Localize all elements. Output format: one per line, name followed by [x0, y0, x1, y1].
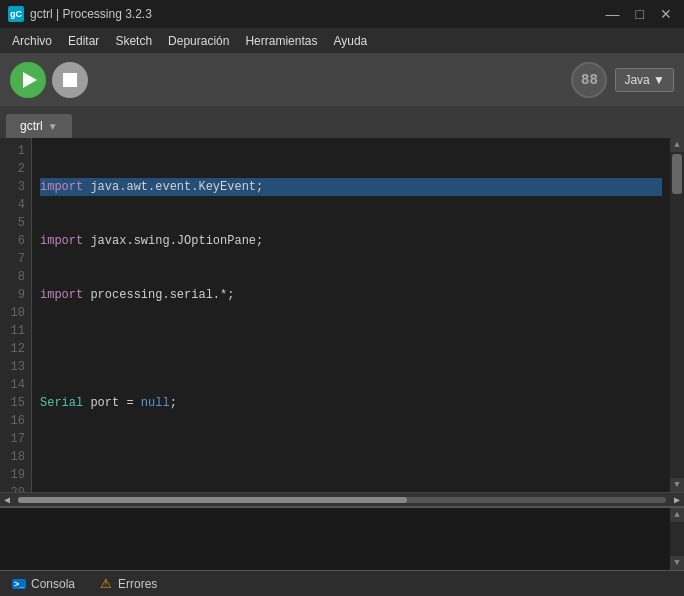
- line-num-15: 15: [6, 394, 25, 412]
- console-area: [0, 508, 670, 570]
- console-vscroll[interactable]: ▲ ▼: [670, 508, 684, 570]
- stop-button[interactable]: [52, 62, 88, 98]
- console-vscroll-track: [670, 522, 684, 556]
- warning-icon: ⚠: [100, 576, 112, 591]
- errors-tab-label: Errores: [118, 577, 157, 591]
- line-num-11: 11: [6, 322, 25, 340]
- menu-sketch[interactable]: Sketch: [107, 32, 160, 50]
- run-button[interactable]: [10, 62, 46, 98]
- stop-icon: [63, 73, 77, 87]
- tab-arrow-icon[interactable]: ▼: [48, 121, 58, 132]
- title-bar: gC gctrl | Processing 3.2.3 — □ ✕: [0, 0, 684, 28]
- play-icon: [23, 72, 37, 88]
- hscroll-right-arrow[interactable]: ▶: [674, 494, 680, 506]
- errors-tab[interactable]: ⚠ Errores: [87, 573, 169, 595]
- vscroll-thumb[interactable]: [672, 154, 682, 194]
- line-num-6: 6: [6, 232, 25, 250]
- hscroll-track[interactable]: [18, 497, 666, 503]
- line-num-20: 20: [6, 484, 25, 492]
- console-icon: >_: [12, 579, 26, 589]
- bottom-panel: ▲ ▼ >_ Consola ⚠ Errores: [0, 506, 684, 596]
- java-dropdown[interactable]: Java ▼: [615, 68, 674, 92]
- code-line-5: Serial port = null;: [40, 394, 662, 412]
- maximize-button[interactable]: □: [632, 6, 648, 22]
- line-num-10: 10: [6, 304, 25, 322]
- console-tab-icon: >_: [12, 577, 26, 591]
- line-num-7: 7: [6, 250, 25, 268]
- tab-bar: gctrl ▼: [0, 106, 684, 138]
- menu-depuracion[interactable]: Depuración: [160, 32, 237, 50]
- hscroll-thumb[interactable]: [18, 497, 407, 503]
- code-lines: import java.awt.event.KeyEvent; import j…: [32, 138, 670, 492]
- editor: 1 2 3 4 5 6 7 8 9 10 11 12 13 14 15 16 1…: [0, 138, 684, 506]
- app-icon: gC: [8, 6, 24, 22]
- line-num-1: 1: [6, 142, 25, 160]
- line-num-17: 17: [6, 430, 25, 448]
- horizontal-scrollbar[interactable]: ◀ ▶: [0, 492, 684, 506]
- menu-archivo[interactable]: Archivo: [4, 32, 60, 50]
- console-vscroll-down[interactable]: ▼: [670, 556, 684, 570]
- toolbar: 88 Java ▼: [0, 54, 684, 106]
- line-num-8: 8: [6, 268, 25, 286]
- code-line-3: import processing.serial.*;: [40, 286, 662, 304]
- line-num-14: 14: [6, 376, 25, 394]
- hscroll-left-arrow[interactable]: ◀: [4, 494, 10, 506]
- code-line-2: import javax.swing.JOptionPane;: [40, 232, 662, 250]
- line-num-18: 18: [6, 448, 25, 466]
- console-vscroll-up[interactable]: ▲: [670, 508, 684, 522]
- code-line-6: [40, 448, 662, 466]
- console-tab[interactable]: >_ Consola: [0, 573, 87, 595]
- line-num-16: 16: [6, 412, 25, 430]
- window-controls: — □ ✕: [602, 6, 676, 22]
- code-area: 1 2 3 4 5 6 7 8 9 10 11 12 13 14 15 16 1…: [0, 138, 684, 492]
- vscroll-track[interactable]: [670, 152, 684, 478]
- vertical-scrollbar[interactable]: ▲ ▼: [670, 138, 684, 492]
- toolbar-right: 88 Java ▼: [571, 62, 674, 98]
- line-num-12: 12: [6, 340, 25, 358]
- console-tab-label: Consola: [31, 577, 75, 591]
- tab-label: gctrl: [20, 119, 43, 133]
- debug-icon[interactable]: 88: [571, 62, 607, 98]
- code-content[interactable]: import java.awt.event.KeyEvent; import j…: [32, 138, 670, 492]
- errors-tab-icon: ⚠: [99, 577, 113, 591]
- menu-editar[interactable]: Editar: [60, 32, 107, 50]
- line-num-13: 13: [6, 358, 25, 376]
- line-num-5: 5: [6, 214, 25, 232]
- line-num-4: 4: [6, 196, 25, 214]
- line-num-9: 9: [6, 286, 25, 304]
- menu-herramientas[interactable]: Herramientas: [237, 32, 325, 50]
- vscroll-down-arrow[interactable]: ▼: [670, 478, 684, 492]
- line-num-19: 19: [6, 466, 25, 484]
- code-line-4: [40, 340, 662, 358]
- minimize-button[interactable]: —: [602, 6, 624, 22]
- line-num-3: 3: [6, 178, 25, 196]
- bottom-tabs: >_ Consola ⚠ Errores: [0, 570, 684, 596]
- line-numbers: 1 2 3 4 5 6 7 8 9 10 11 12 13 14 15 16 1…: [0, 138, 32, 492]
- menu-ayuda[interactable]: Ayuda: [325, 32, 375, 50]
- line-num-2: 2: [6, 160, 25, 178]
- menu-bar: Archivo Editar Sketch Depuración Herrami…: [0, 28, 684, 54]
- vscroll-up-arrow[interactable]: ▲: [670, 138, 684, 152]
- tab-gctrl[interactable]: gctrl ▼: [6, 114, 72, 138]
- close-button[interactable]: ✕: [656, 6, 676, 22]
- title-text: gctrl | Processing 3.2.3: [30, 7, 602, 21]
- code-line-1: import java.awt.event.KeyEvent;: [40, 178, 662, 196]
